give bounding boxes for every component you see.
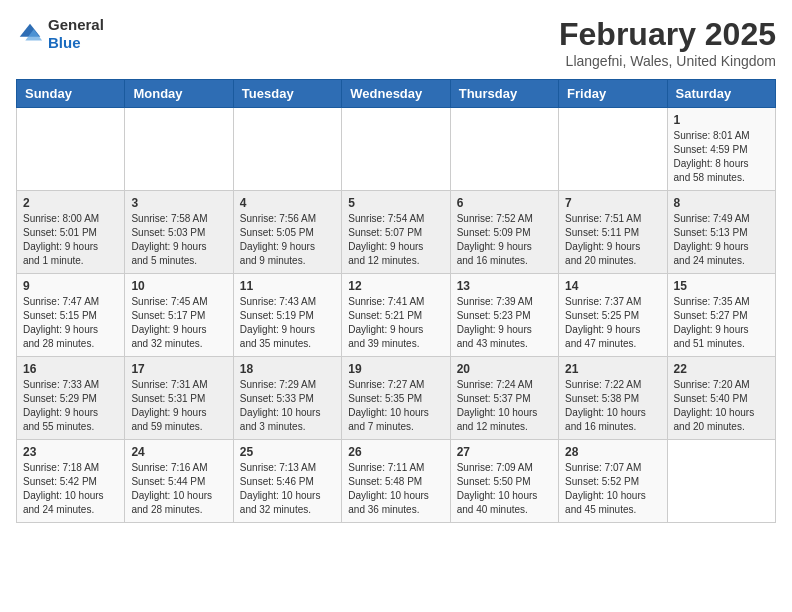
weekday-header-saturday: Saturday: [667, 80, 775, 108]
calendar-cell: 7Sunrise: 7:51 AM Sunset: 5:11 PM Daylig…: [559, 191, 667, 274]
calendar-week-row: 1Sunrise: 8:01 AM Sunset: 4:59 PM Daylig…: [17, 108, 776, 191]
month-year-title: February 2025: [559, 16, 776, 53]
calendar-cell: 22Sunrise: 7:20 AM Sunset: 5:40 PM Dayli…: [667, 357, 775, 440]
day-number: 5: [348, 196, 443, 210]
calendar-cell: 13Sunrise: 7:39 AM Sunset: 5:23 PM Dayli…: [450, 274, 558, 357]
calendar-week-row: 2Sunrise: 8:00 AM Sunset: 5:01 PM Daylig…: [17, 191, 776, 274]
day-number: 15: [674, 279, 769, 293]
day-number: 20: [457, 362, 552, 376]
day-info: Sunrise: 7:58 AM Sunset: 5:03 PM Dayligh…: [131, 212, 226, 268]
day-info: Sunrise: 7:29 AM Sunset: 5:33 PM Dayligh…: [240, 378, 335, 434]
calendar-week-row: 9Sunrise: 7:47 AM Sunset: 5:15 PM Daylig…: [17, 274, 776, 357]
calendar-cell: 16Sunrise: 7:33 AM Sunset: 5:29 PM Dayli…: [17, 357, 125, 440]
day-info: Sunrise: 7:49 AM Sunset: 5:13 PM Dayligh…: [674, 212, 769, 268]
calendar-cell: 2Sunrise: 8:00 AM Sunset: 5:01 PM Daylig…: [17, 191, 125, 274]
day-number: 2: [23, 196, 118, 210]
day-info: Sunrise: 7:22 AM Sunset: 5:38 PM Dayligh…: [565, 378, 660, 434]
weekday-header-tuesday: Tuesday: [233, 80, 341, 108]
day-info: Sunrise: 7:13 AM Sunset: 5:46 PM Dayligh…: [240, 461, 335, 517]
day-info: Sunrise: 7:27 AM Sunset: 5:35 PM Dayligh…: [348, 378, 443, 434]
day-number: 3: [131, 196, 226, 210]
day-info: Sunrise: 7:33 AM Sunset: 5:29 PM Dayligh…: [23, 378, 118, 434]
logo-icon: [16, 20, 44, 48]
calendar-cell: [450, 108, 558, 191]
day-info: Sunrise: 7:11 AM Sunset: 5:48 PM Dayligh…: [348, 461, 443, 517]
day-info: Sunrise: 7:31 AM Sunset: 5:31 PM Dayligh…: [131, 378, 226, 434]
weekday-header-friday: Friday: [559, 80, 667, 108]
day-number: 1: [674, 113, 769, 127]
day-info: Sunrise: 7:39 AM Sunset: 5:23 PM Dayligh…: [457, 295, 552, 351]
calendar-cell: 25Sunrise: 7:13 AM Sunset: 5:46 PM Dayli…: [233, 440, 341, 523]
day-info: Sunrise: 8:00 AM Sunset: 5:01 PM Dayligh…: [23, 212, 118, 268]
calendar-cell: [559, 108, 667, 191]
calendar-header-row: SundayMondayTuesdayWednesdayThursdayFrid…: [17, 80, 776, 108]
calendar-cell: 24Sunrise: 7:16 AM Sunset: 5:44 PM Dayli…: [125, 440, 233, 523]
day-info: Sunrise: 7:41 AM Sunset: 5:21 PM Dayligh…: [348, 295, 443, 351]
weekday-header-sunday: Sunday: [17, 80, 125, 108]
day-info: Sunrise: 7:47 AM Sunset: 5:15 PM Dayligh…: [23, 295, 118, 351]
calendar-cell: [17, 108, 125, 191]
day-info: Sunrise: 7:18 AM Sunset: 5:42 PM Dayligh…: [23, 461, 118, 517]
calendar-cell: 23Sunrise: 7:18 AM Sunset: 5:42 PM Dayli…: [17, 440, 125, 523]
day-info: Sunrise: 7:52 AM Sunset: 5:09 PM Dayligh…: [457, 212, 552, 268]
calendar-cell: 26Sunrise: 7:11 AM Sunset: 5:48 PM Dayli…: [342, 440, 450, 523]
calendar-cell: 17Sunrise: 7:31 AM Sunset: 5:31 PM Dayli…: [125, 357, 233, 440]
calendar-cell: 28Sunrise: 7:07 AM Sunset: 5:52 PM Dayli…: [559, 440, 667, 523]
logo-blue: Blue: [48, 34, 104, 52]
day-info: Sunrise: 7:37 AM Sunset: 5:25 PM Dayligh…: [565, 295, 660, 351]
day-number: 16: [23, 362, 118, 376]
day-number: 21: [565, 362, 660, 376]
calendar-cell: [233, 108, 341, 191]
calendar-cell: 5Sunrise: 7:54 AM Sunset: 5:07 PM Daylig…: [342, 191, 450, 274]
calendar-cell: 27Sunrise: 7:09 AM Sunset: 5:50 PM Dayli…: [450, 440, 558, 523]
calendar-week-row: 23Sunrise: 7:18 AM Sunset: 5:42 PM Dayli…: [17, 440, 776, 523]
day-number: 12: [348, 279, 443, 293]
day-info: Sunrise: 7:51 AM Sunset: 5:11 PM Dayligh…: [565, 212, 660, 268]
day-info: Sunrise: 7:35 AM Sunset: 5:27 PM Dayligh…: [674, 295, 769, 351]
calendar-cell: [125, 108, 233, 191]
calendar-cell: 10Sunrise: 7:45 AM Sunset: 5:17 PM Dayli…: [125, 274, 233, 357]
calendar-cell: 14Sunrise: 7:37 AM Sunset: 5:25 PM Dayli…: [559, 274, 667, 357]
day-number: 19: [348, 362, 443, 376]
day-info: Sunrise: 7:16 AM Sunset: 5:44 PM Dayligh…: [131, 461, 226, 517]
day-number: 11: [240, 279, 335, 293]
day-info: Sunrise: 7:24 AM Sunset: 5:37 PM Dayligh…: [457, 378, 552, 434]
calendar-week-row: 16Sunrise: 7:33 AM Sunset: 5:29 PM Dayli…: [17, 357, 776, 440]
page-header: General Blue February 2025 Llangefni, Wa…: [16, 16, 776, 69]
day-number: 18: [240, 362, 335, 376]
day-number: 17: [131, 362, 226, 376]
day-number: 22: [674, 362, 769, 376]
calendar-cell: 18Sunrise: 7:29 AM Sunset: 5:33 PM Dayli…: [233, 357, 341, 440]
calendar-cell: 21Sunrise: 7:22 AM Sunset: 5:38 PM Dayli…: [559, 357, 667, 440]
calendar-cell: 12Sunrise: 7:41 AM Sunset: 5:21 PM Dayli…: [342, 274, 450, 357]
logo: General Blue: [16, 16, 104, 52]
day-number: 10: [131, 279, 226, 293]
logo-text: General Blue: [48, 16, 104, 52]
day-number: 8: [674, 196, 769, 210]
title-block: February 2025 Llangefni, Wales, United K…: [559, 16, 776, 69]
day-number: 23: [23, 445, 118, 459]
logo-general: General: [48, 16, 104, 34]
weekday-header-monday: Monday: [125, 80, 233, 108]
day-number: 28: [565, 445, 660, 459]
calendar-cell: 20Sunrise: 7:24 AM Sunset: 5:37 PM Dayli…: [450, 357, 558, 440]
day-number: 14: [565, 279, 660, 293]
calendar-cell: 9Sunrise: 7:47 AM Sunset: 5:15 PM Daylig…: [17, 274, 125, 357]
weekday-header-wednesday: Wednesday: [342, 80, 450, 108]
calendar-cell: 4Sunrise: 7:56 AM Sunset: 5:05 PM Daylig…: [233, 191, 341, 274]
day-number: 24: [131, 445, 226, 459]
location-text: Llangefni, Wales, United Kingdom: [559, 53, 776, 69]
calendar-cell: 3Sunrise: 7:58 AM Sunset: 5:03 PM Daylig…: [125, 191, 233, 274]
calendar-cell: 1Sunrise: 8:01 AM Sunset: 4:59 PM Daylig…: [667, 108, 775, 191]
calendar-cell: 19Sunrise: 7:27 AM Sunset: 5:35 PM Dayli…: [342, 357, 450, 440]
calendar-cell: [342, 108, 450, 191]
day-info: Sunrise: 8:01 AM Sunset: 4:59 PM Dayligh…: [674, 129, 769, 185]
calendar-cell: 6Sunrise: 7:52 AM Sunset: 5:09 PM Daylig…: [450, 191, 558, 274]
day-info: Sunrise: 7:43 AM Sunset: 5:19 PM Dayligh…: [240, 295, 335, 351]
calendar-cell: 8Sunrise: 7:49 AM Sunset: 5:13 PM Daylig…: [667, 191, 775, 274]
day-number: 4: [240, 196, 335, 210]
day-number: 9: [23, 279, 118, 293]
day-info: Sunrise: 7:07 AM Sunset: 5:52 PM Dayligh…: [565, 461, 660, 517]
day-number: 6: [457, 196, 552, 210]
day-number: 25: [240, 445, 335, 459]
